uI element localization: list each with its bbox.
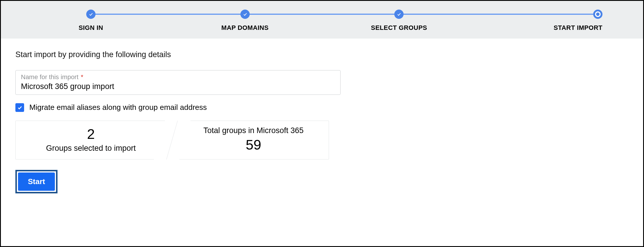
step-start-import[interactable]: START IMPORT xyxy=(504,10,602,32)
checkmark-icon xyxy=(394,10,404,19)
content-area: Start import by providing the following … xyxy=(1,39,643,205)
checkmark-icon xyxy=(240,10,250,19)
step-map-domains[interactable]: MAP DOMAINS xyxy=(196,10,294,32)
step-select-groups[interactable]: SELECT GROUPS xyxy=(350,10,448,32)
field-label-text: Name for this import xyxy=(21,73,78,81)
migrate-aliases-label: Migrate email aliases along with group e… xyxy=(29,103,207,112)
checkmark-icon xyxy=(17,105,22,110)
start-button[interactable]: Start xyxy=(18,172,55,191)
field-label: Name for this import * xyxy=(21,73,83,81)
intro-text: Start import by providing the following … xyxy=(15,50,629,59)
stepper-bar: SIGN IN MAP DOMAINS SELECT GROUPS S xyxy=(1,1,643,39)
current-step-icon xyxy=(593,10,602,19)
step-label: SIGN IN xyxy=(79,24,103,32)
step-sign-in[interactable]: SIGN IN xyxy=(42,10,140,32)
migrate-aliases-checkbox[interactable] xyxy=(15,103,24,112)
checkmark-icon xyxy=(86,10,96,19)
selected-groups-card: 2 Groups selected to import xyxy=(15,121,166,159)
total-groups-card: Total groups in Microsoft 365 59 xyxy=(178,121,329,159)
selected-groups-label: Groups selected to import xyxy=(19,144,163,153)
import-name-field[interactable]: Name for this import * xyxy=(15,70,341,95)
total-groups-label: Total groups in Microsoft 365 xyxy=(181,126,326,135)
total-groups-count: 59 xyxy=(181,137,326,153)
selected-groups-count: 2 xyxy=(19,126,163,142)
step-label: MAP DOMAINS xyxy=(221,24,269,32)
required-indicator: * xyxy=(81,73,83,81)
start-button-highlight: Start xyxy=(15,170,57,193)
step-label: SELECT GROUPS xyxy=(371,24,427,32)
step-label: START IMPORT xyxy=(554,24,602,32)
import-name-input[interactable] xyxy=(21,81,335,91)
import-wizard-window: SIGN IN MAP DOMAINS SELECT GROUPS S xyxy=(0,0,644,247)
migrate-aliases-row: Migrate email aliases along with group e… xyxy=(15,103,629,112)
stats-row: 2 Groups selected to import Total groups… xyxy=(15,121,629,159)
